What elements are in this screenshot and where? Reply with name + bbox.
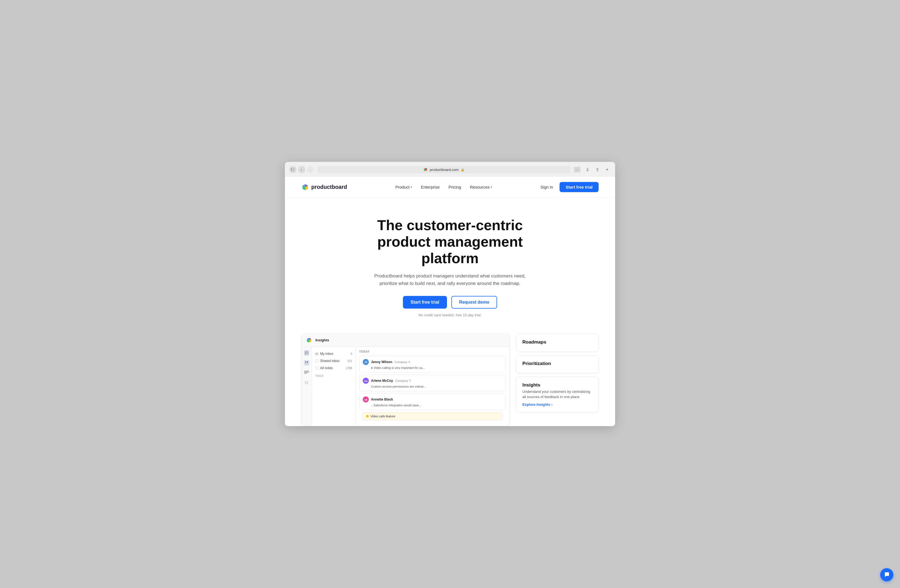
tag-dot-icon [366, 415, 369, 417]
svg-rect-28 [315, 367, 318, 369]
insights-feature-card[interactable]: Insights Understand your customers by ce… [516, 377, 599, 413]
feedback-header-jenny: JW Jenny Wilson Company X [363, 359, 502, 365]
dashboard-logo-icon [306, 337, 312, 343]
favicon-icon [423, 168, 428, 172]
hero-section: The customer-centric product management … [285, 198, 615, 328]
svg-rect-0 [291, 168, 292, 171]
logo-text: productboard [311, 184, 347, 190]
inbox-icon [315, 352, 318, 355]
feedback-text-jenny: ● Video calling is very important for us… [363, 366, 502, 369]
sidebar-toggle-button[interactable] [289, 166, 296, 173]
sidebar-shared-inbox-item[interactable]: Shared inbox 151 [312, 357, 355, 365]
svg-rect-2 [293, 169, 295, 170]
feedback-company-arlene: Company Y [395, 379, 411, 382]
nav-cta-button[interactable]: Start free trial [560, 182, 599, 192]
feedback-card-annette[interactable]: AB Annette Black ...Salesforce integrati… [359, 393, 506, 410]
browser-action-buttons: ⇩ ⇧ + [584, 166, 611, 173]
insights-panel-title: Insights [315, 338, 329, 342]
nav-inbox-icon[interactable] [304, 350, 309, 356]
new-tab-button[interactable]: + [604, 166, 611, 173]
feedback-card-arlene[interactable]: AM Arlene McCoy Company Y Custom access … [359, 375, 506, 391]
dashboard-header: Insights [302, 334, 509, 347]
insights-card-title: Insights [522, 382, 592, 388]
roadmaps-card-title: Roadmaps [522, 340, 592, 345]
hero-title: The customer-centric product management … [354, 217, 546, 267]
logo[interactable]: productboard [301, 183, 347, 191]
svg-rect-18 [306, 352, 307, 353]
dashboard-sidebar: My inbox 9 Shared inbox 151 [312, 347, 356, 426]
feature-cards-panel: Roadmaps Prioritization Insights Underst… [516, 334, 599, 413]
address-text: productboard.com [430, 168, 459, 172]
feedback-header-arlene: AM Arlene McCoy Company Y [363, 378, 502, 384]
signin-link[interactable]: Sign in [540, 185, 553, 189]
explore-insights-link[interactable]: Explore Insights › [522, 402, 592, 406]
chat-bubble-button[interactable] [880, 568, 894, 582]
nav-product-link[interactable]: Product ▾ [395, 185, 412, 189]
nav-lines-icon[interactable] [304, 370, 309, 375]
nav-board-icon[interactable] [304, 360, 309, 366]
feedback-text-arlene: Custom access permissions are critical..… [363, 385, 502, 388]
nav-filter-icon[interactable] [304, 380, 309, 385]
browser-forward-button[interactable]: › [307, 166, 314, 173]
hero-cta-secondary-button[interactable]: Request demo [452, 296, 497, 309]
svg-rect-21 [307, 361, 308, 363]
video-calls-feature-tag[interactable]: Video calls feature [363, 412, 503, 420]
menu-lines-icon [304, 371, 309, 375]
dashboard-content-area: TODAY JW Jenny Wi [356, 347, 509, 426]
roadmaps-card[interactable]: Roadmaps [516, 334, 599, 352]
dashboard-preview: Insights [285, 328, 615, 426]
nav-enterprise-link[interactable]: Enterprise [421, 185, 439, 189]
feedback-company-jenny: Company X [394, 360, 410, 364]
svg-rect-23 [307, 363, 308, 364]
feedback-name-arlene: Arlene McCoy [371, 379, 393, 383]
navbar: productboard Product ▾ Enterprise Pricin… [285, 177, 615, 198]
svg-rect-27 [315, 360, 318, 362]
svg-text:AM: AM [364, 380, 368, 382]
dashboard-main: My inbox 9 Shared inbox 151 [302, 347, 509, 426]
hero-cta-primary-button[interactable]: Start free trial [403, 296, 447, 309]
feedback-name-annette: Annette Black [371, 397, 393, 401]
address-bar[interactable]: productboard.com 🔒 [317, 166, 571, 174]
hero-cta-group: Start free trial Request demo [301, 296, 599, 309]
tags-section-label: TAGS [312, 372, 355, 379]
nav-resources-link[interactable]: Resources ▾ [470, 185, 492, 189]
chat-icon [884, 572, 890, 578]
svg-rect-19 [306, 353, 307, 353]
video-calls-tag-label: Video calls feature [371, 414, 395, 418]
svg-rect-3 [293, 171, 295, 171]
product-chevron-icon: ▾ [411, 186, 412, 189]
sidebar-inbox-item[interactable]: My inbox 9 [312, 350, 355, 357]
prioritization-card-title: Prioritization [522, 361, 592, 366]
shared-inbox-icon [315, 359, 318, 363]
all-notes-icon [315, 366, 318, 370]
browser-chevron-button[interactable]: ‹ [298, 166, 305, 173]
svg-rect-17 [305, 352, 308, 354]
page-options-button[interactable]: ··· [574, 167, 580, 172]
share-button[interactable]: ⇧ [594, 166, 601, 173]
nav-links: Product ▾ Enterprise Pricing Resources ▾ [395, 185, 492, 189]
avatar-arlene: AM [363, 378, 369, 384]
svg-text:AB: AB [364, 399, 368, 401]
feedback-text-annette: ...Salesforce integration would save... [363, 403, 502, 407]
download-button[interactable]: ⇩ [584, 166, 591, 173]
prioritization-card[interactable]: Prioritization [516, 355, 599, 373]
lock-icon: 🔒 [461, 168, 465, 172]
insights-card-desc: Understand your customers by centralizin… [522, 389, 592, 400]
svg-rect-20 [305, 361, 306, 363]
nav-actions: Sign in Start free trial [540, 182, 599, 192]
svg-rect-1 [293, 168, 295, 169]
insights-panel: Insights [301, 334, 509, 426]
avatar-jenny: JW [363, 359, 369, 365]
svg-rect-22 [305, 363, 306, 364]
feedback-header-annette: AB Annette Black [363, 396, 502, 402]
resources-chevron-icon: ▾ [491, 186, 492, 189]
nav-pricing-link[interactable]: Pricing [448, 185, 461, 189]
dashboard-nav-icons [302, 347, 312, 426]
browser-controls: ‹ › [289, 166, 314, 173]
hero-note: No credit card needed, free 15-day trial… [301, 313, 599, 317]
avatar-annette: AB [363, 396, 369, 402]
sidebar-all-notes-item[interactable]: All notes 1788 [312, 365, 355, 372]
svg-text:JW: JW [365, 361, 368, 363]
feedback-card-jenny[interactable]: JW Jenny Wilson Company X ● Video callin… [359, 356, 506, 372]
logo-icon [301, 183, 309, 191]
